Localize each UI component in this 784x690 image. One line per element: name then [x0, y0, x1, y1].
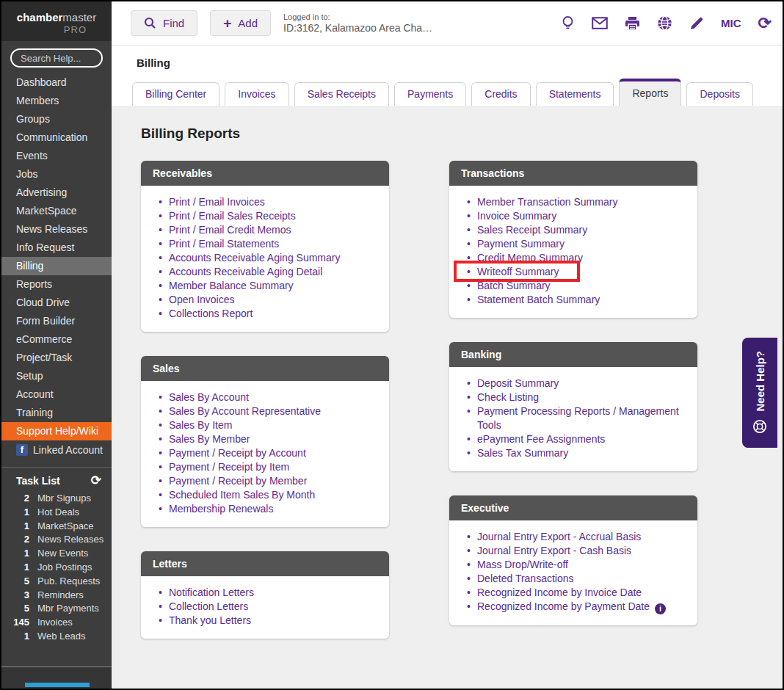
report-link-batch-summary[interactable]: Batch Summary — [465, 279, 687, 293]
refresh-icon[interactable]: ⟳ — [758, 16, 772, 31]
report-link-print-email-sales-receipts[interactable]: Print / Email Sales Receipts — [157, 209, 379, 223]
sidebar-item-support-help-wiki[interactable]: Support Help/Wiki — [1, 422, 112, 440]
report-link-notification-letters[interactable]: Notification Letters — [157, 586, 379, 600]
print-icon[interactable] — [625, 16, 640, 31]
report-link-deleted-transactions[interactable]: Deleted Transactions — [465, 572, 687, 586]
report-link-print-email-credit-memos[interactable]: Print / Email Credit Memos — [157, 223, 379, 237]
report-link-deposit-summary[interactable]: Deposit Summary — [465, 377, 687, 391]
tab-reports[interactable]: Reports — [619, 79, 681, 106]
task-item-mbr-payments[interactable]: 5Mbr Payments — [1, 602, 112, 616]
report-link-accounts-receivable-aging-summary[interactable]: Accounts Receivable Aging Summary — [157, 251, 379, 265]
report-link-sales-by-item[interactable]: Sales By Item — [157, 418, 379, 432]
task-item-job-postings[interactable]: 1Job Postings — [1, 561, 112, 575]
report-link-journal-entry-export-cash-basis[interactable]: Journal Entry Export - Cash Basis — [465, 544, 687, 558]
report-link-statement-batch-summary[interactable]: Statement Batch Summary — [465, 293, 687, 307]
task-item-mbr-signups[interactable]: 2Mbr Signups — [1, 492, 112, 506]
sidebar-item-info-request[interactable]: Info Request — [1, 239, 112, 257]
report-link-sales-by-account[interactable]: Sales By Account — [157, 391, 379, 404]
sidebar-item-advertising[interactable]: Advertising — [1, 184, 112, 202]
tab-deposits[interactable]: Deposits — [686, 82, 752, 106]
task-item-pub-requests[interactable]: 5Pub. Requests — [1, 575, 112, 589]
report-link-membership-renewals[interactable]: Membership Renewals — [157, 502, 379, 516]
sidebar-item-project-task[interactable]: Project/Task — [1, 349, 112, 367]
horizontal-scrollbar-thumb[interactable] — [25, 683, 90, 687]
sidebar-item-ecommerce[interactable]: eCommerce — [1, 330, 112, 349]
sidebar-item-form-builder[interactable]: Form Builder — [1, 312, 112, 330]
report-link-sales-tax-summary[interactable]: Sales Tax Summary — [465, 446, 687, 460]
sidebar-item-cloud-drive[interactable]: Cloud Drive — [1, 294, 112, 312]
search-help-input[interactable] — [10, 48, 103, 68]
task-item-news-releases[interactable]: 2News Releases — [1, 533, 112, 547]
report-link-thank-you-letters[interactable]: Thank you Letters — [157, 614, 379, 628]
need-help-tab[interactable]: Need Help? — [742, 338, 777, 448]
tab-statements[interactable]: Statements — [536, 82, 614, 106]
report-link-epayment-fee-assignments[interactable]: ePayment Fee Assignments — [465, 432, 687, 446]
report-link-scheduled-item-sales-by-month[interactable]: Scheduled Item Sales By Month — [157, 488, 379, 502]
report-link-open-invoices[interactable]: Open Invoices — [157, 293, 379, 307]
task-item-marketspace[interactable]: 1MarketSpace — [1, 520, 112, 534]
report-link-print-email-invoices[interactable]: Print / Email Invoices — [157, 195, 379, 209]
report-link-writeoff-summary[interactable]: Writeoff Summary — [465, 265, 687, 279]
task-item-hot-deals[interactable]: 1Hot Deals — [1, 506, 112, 520]
report-link-credit-memo-summary[interactable]: Credit Memo Summary — [465, 251, 687, 265]
sidebar-item-events[interactable]: Events — [1, 147, 112, 165]
report-link-journal-entry-export-accrual-basis[interactable]: Journal Entry Export - Accrual Basis — [465, 530, 687, 544]
report-link-check-listing[interactable]: Check Listing — [465, 391, 687, 404]
edit-pencil-icon[interactable] — [689, 16, 704, 31]
sidebar-item-billing[interactable]: Billing — [1, 257, 112, 275]
sidebar-item-communication[interactable]: Communication — [1, 128, 112, 147]
sidebar-item-account[interactable]: Account — [1, 385, 112, 404]
report-link-payment-receipt-by-member[interactable]: Payment / Receipt by Member — [157, 474, 379, 488]
report-link-print-email-statements[interactable]: Print / Email Statements — [157, 237, 379, 251]
sidebar-item-groups[interactable]: Groups — [1, 110, 112, 128]
tab-sales-receipts[interactable]: Sales Receipts — [294, 82, 389, 106]
mic-label[interactable]: MIC — [721, 17, 741, 29]
report-link-sales-receipt-summary[interactable]: Sales Receipt Summary — [465, 223, 687, 237]
tab-payments[interactable]: Payments — [394, 82, 466, 106]
report-link-invoice-summary[interactable]: Invoice Summary — [465, 209, 687, 223]
sidebar-item-dashboard[interactable]: Dashboard — [1, 73, 112, 92]
mail-icon[interactable] — [592, 17, 608, 29]
report-link-mass-drop-write-off[interactable]: Mass Drop/Write-off — [465, 558, 687, 572]
report-link-payment-receipt-by-item[interactable]: Payment / Receipt by Item — [157, 460, 379, 474]
lightbulb-icon[interactable] — [561, 15, 575, 32]
sidebar-item-news-releases[interactable]: News Releases — [1, 220, 112, 239]
report-link-payment-summary[interactable]: Payment Summary — [465, 237, 687, 251]
task-item-new-events[interactable]: 1New Events — [1, 547, 112, 561]
report-link-sales-by-account-representative[interactable]: Sales By Account Representative — [157, 404, 379, 418]
task-refresh-icon[interactable]: ⟳ — [91, 476, 101, 486]
report-link-sales-by-member[interactable]: Sales By Member — [157, 432, 379, 446]
tab-invoices[interactable]: Invoices — [225, 82, 288, 106]
report-columns: ReceivablesPrint / Email InvoicesPrint /… — [141, 161, 783, 639]
task-count: 3 — [1, 589, 29, 602]
report-link-payment-processing-reports-management-tools[interactable]: Payment Processing Reports / Management … — [465, 404, 687, 432]
task-item-reminders[interactable]: 3Reminders — [1, 589, 112, 603]
report-link-collections-report[interactable]: Collections Report — [157, 307, 379, 321]
sidebar-item-members[interactable]: Members — [1, 92, 112, 110]
info-icon[interactable]: i — [655, 603, 666, 614]
report-link-recognized-income-by-payment-date[interactable]: Recognized Income by Payment Datei — [465, 600, 687, 614]
globe-icon[interactable] — [657, 15, 672, 31]
report-link-accounts-receivable-aging-detail[interactable]: Accounts Receivable Aging Detail — [157, 265, 379, 279]
sidebar-item-setup[interactable]: Setup — [1, 367, 112, 385]
reports-content: Billing Reports ReceivablesPrint / Email… — [112, 106, 783, 689]
tab-billing-center[interactable]: Billing Center — [132, 82, 219, 106]
report-link-collection-letters[interactable]: Collection Letters — [157, 600, 379, 614]
task-label: Reminders — [37, 589, 84, 602]
logo-pro-label: PRO — [6, 24, 107, 35]
add-button[interactable]: + Add — [210, 10, 271, 36]
tab-credits[interactable]: Credits — [471, 82, 530, 106]
sidebar-item-jobs[interactable]: Jobs — [1, 165, 112, 184]
task-item-web-leads[interactable]: 1Web Leads — [1, 630, 112, 644]
sidebar-item-marketspace[interactable]: MarketSpace — [1, 202, 112, 220]
sidebar-item-reports[interactable]: Reports — [1, 275, 112, 294]
report-link-recognized-income-by-invoice-date[interactable]: Recognized Income by Invoice Date — [465, 586, 687, 600]
find-button[interactable]: Find — [131, 10, 197, 36]
sidebar-item-training[interactable]: Training — [1, 404, 112, 422]
report-link-member-transaction-summary[interactable]: Member Transaction Summary — [465, 195, 687, 209]
report-link-label: Credit Memo Summary — [477, 252, 583, 264]
sidebar-item-linked-account[interactable]: f Linked Account — [1, 440, 112, 460]
task-item-invoices[interactable]: 145Invoices — [1, 616, 112, 630]
report-link-payment-receipt-by-account[interactable]: Payment / Receipt by Account — [157, 446, 379, 460]
report-link-member-balance-summary[interactable]: Member Balance Summary — [157, 279, 379, 293]
